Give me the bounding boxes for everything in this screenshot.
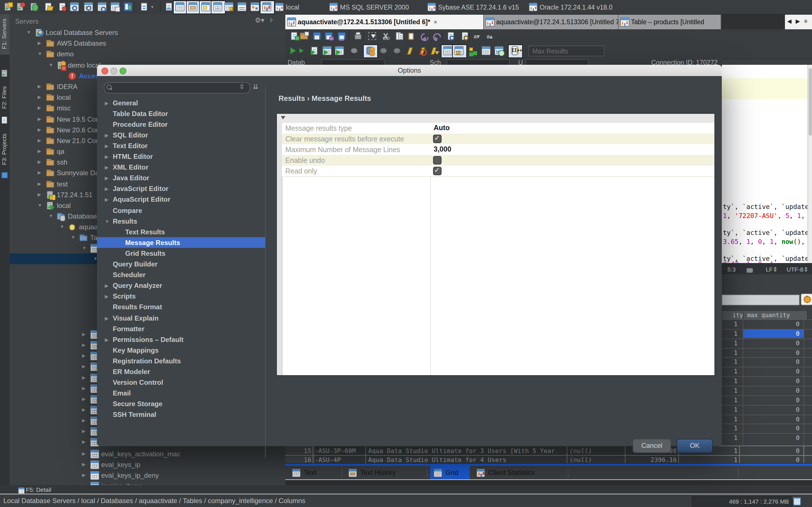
chevron-right-icon[interactable]: ▶: [38, 170, 41, 175]
f5-detail-bar[interactable]: F5: Detail: [0, 485, 812, 494]
chevron-down-icon[interactable]: ▼: [49, 214, 53, 219]
chevron-down-icon[interactable]: ▼: [71, 235, 75, 240]
document-tab[interactable]: aquaactivate@172.24.1.513306 [Untitled 7…: [484, 15, 619, 29]
options-item-secure-storage[interactable]: Secure Storage: [97, 399, 265, 409]
chevron-right-icon[interactable]: ▶: [105, 133, 108, 138]
user-combo[interactable]: [525, 59, 589, 65]
encoding-select[interactable]: UTF-8⇕: [786, 266, 808, 273]
cell-quantity[interactable]: 1: [722, 368, 738, 376]
options-item-message-results[interactable]: Message Results: [97, 237, 265, 248]
chevron-right-icon[interactable]: ▶: [82, 439, 86, 445]
cell-quantity[interactable]: 1: [722, 378, 738, 385]
options-item-text-results[interactable]: Text Results: [97, 226, 265, 237]
cell-quantity[interactable]: 1: [722, 434, 738, 442]
chevron-right-icon[interactable]: ▶: [105, 198, 108, 203]
schema-combo[interactable]: [447, 59, 510, 65]
tab-list-icon[interactable]: ≡: [804, 18, 808, 24]
cell-quantity[interactable]: 1: [722, 387, 738, 394]
options-item-visual-explain[interactable]: ▶Visual Explain: [97, 313, 265, 323]
options-item-aquascript-editor[interactable]: ▶AquaScript Editor: [97, 194, 265, 205]
cell-q[interactable]: 1: [683, 456, 738, 463]
document-tab[interactable]: Table – products [Untitled: [619, 15, 721, 29]
options-item-javascript-editor[interactable]: ▶JavaScript Editor: [97, 184, 265, 194]
options-item-text-editor[interactable]: ▶Text Editor: [97, 140, 265, 151]
chevron-right-icon[interactable]: ▶: [105, 294, 108, 299]
cell-max-quantity[interactable]: 0: [748, 406, 800, 413]
options-search-input[interactable]: [104, 82, 250, 94]
cell-m[interactable]: 0: [743, 456, 800, 463]
tree-item-aws-databases[interactable]: ▶AWS Databases: [10, 38, 285, 48]
cell-desc[interactable]: Aqua Data Studio Ultimate for 4 Users: [368, 456, 567, 463]
editor-scrollbar[interactable]: [808, 65, 812, 263]
options-item-ssh-terminal[interactable]: SSH Terminal: [97, 409, 265, 420]
setting-value[interactable]: Auto: [434, 124, 450, 132]
settings-row[interactable]: Clear message results before execute: [282, 133, 714, 145]
sql-editor[interactable]: ty`, `active`, `updated1, '72207-ASU', 5…: [722, 65, 808, 263]
cell-quantity[interactable]: 1: [722, 339, 738, 347]
setting-checkbox[interactable]: [433, 167, 442, 175]
options-item-general[interactable]: ▶General: [97, 98, 265, 108]
options-item-query-builder[interactable]: Query Builder: [97, 259, 265, 270]
cell-max-quantity[interactable]: 0: [748, 425, 800, 432]
cell-quantity[interactable]: 1: [722, 425, 738, 432]
grid-settings-button[interactable]: [801, 293, 812, 305]
cell-quantity[interactable]: 1: [722, 415, 738, 423]
options-item-java-editor[interactable]: ▶Java Editor: [97, 173, 265, 183]
results-tab-grid[interactable]: Grid: [430, 466, 470, 480]
chevron-right-icon[interactable]: ▶: [105, 176, 108, 181]
options-item-scripts[interactable]: ▶Scripts: [97, 291, 265, 302]
activity-label-servers[interactable]: F1: Servers: [1, 18, 7, 49]
chevron-right-icon[interactable]: ▶: [105, 337, 108, 342]
setting-value[interactable]: 3,000: [434, 145, 451, 153]
chevron-down-icon[interactable]: ▼: [105, 219, 109, 224]
chevron-right-icon[interactable]: ▶: [38, 84, 41, 89]
setting-checkbox[interactable]: [433, 156, 442, 165]
database-combo[interactable]: [321, 59, 385, 65]
cancel-button[interactable]: Cancel: [633, 439, 671, 453]
cell-quantity[interactable]: 1: [722, 349, 738, 356]
chevron-right-icon[interactable]: ▶: [38, 41, 41, 46]
chevron-right-icon[interactable]: ▶: [38, 105, 41, 110]
chevron-down-icon[interactable]: ▼: [60, 224, 64, 229]
settings-row[interactable]: Enable undo: [282, 155, 714, 166]
settings-row[interactable]: Maximum Number of Message Lines3,000: [282, 144, 714, 156]
tab-prev-icon[interactable]: ◀: [787, 18, 792, 24]
cell-max-quantity[interactable]: 0: [748, 434, 800, 442]
options-item-scheduler[interactable]: Scheduler: [97, 270, 265, 280]
chevron-right-icon[interactable]: ▶: [105, 101, 108, 106]
settings-table-header[interactable]: [277, 114, 714, 123]
cell-m[interactable]: 0: [743, 447, 800, 454]
tree-item-eval-keys-ip-deny[interactable]: ▶eval_keys_ip_deny: [10, 470, 285, 481]
chevron-right-icon[interactable]: ▶: [82, 364, 86, 369]
results-tab-text[interactable]: Text: [289, 466, 341, 480]
line-ending-select[interactable]: LF⇕: [766, 266, 777, 273]
chevron-right-icon[interactable]: ▶: [82, 332, 86, 337]
options-item-sql-editor[interactable]: ▶SQL Editor: [97, 130, 265, 140]
cell-quantity[interactable]: 1: [722, 397, 738, 404]
column-header-max-quantity[interactable]: max quantity: [743, 311, 808, 321]
chevron-right-icon[interactable]: ▶: [82, 397, 86, 402]
results-tab-text-history[interactable]: Text History: [345, 466, 428, 480]
cell-max-quantity[interactable]: 0: [748, 368, 800, 376]
connection-tab[interactable]: local: [275, 0, 299, 14]
selected-cell[interactable]: 0: [743, 330, 804, 338]
cell-quantity[interactable]: 1: [722, 330, 738, 337]
chevron-right-icon[interactable]: ▶: [38, 192, 41, 197]
chevron-right-icon[interactable]: ▶: [82, 462, 86, 467]
tree-item-invoice-items[interactable]: ▶invoice_items: [10, 481, 285, 485]
activity-label-files[interactable]: F2: Files: [1, 86, 7, 109]
dropdown-caret-icon[interactable]: ▾: [151, 4, 153, 10]
chevron-right-icon[interactable]: ▶: [38, 95, 41, 100]
options-item-formatter[interactable]: Formatter: [97, 323, 265, 334]
chevron-right-icon[interactable]: ▶: [38, 127, 41, 132]
chevron-right-icon[interactable]: ▶: [105, 283, 108, 288]
cell-quantity[interactable]: 1: [722, 406, 738, 413]
cell-max-quantity[interactable]: 0: [748, 330, 800, 337]
chevron-down-icon[interactable]: ▼: [49, 62, 53, 68]
cell-quantity[interactable]: 1: [722, 321, 738, 328]
setting-checkbox[interactable]: [433, 135, 442, 143]
options-item-email[interactable]: Email: [97, 388, 265, 399]
chevron-right-icon[interactable]: ▶: [38, 138, 41, 143]
options-item-html-editor[interactable]: ▶HTML Editor: [97, 151, 265, 162]
gear-menu-icon[interactable]: ⚙▾: [255, 16, 264, 24]
